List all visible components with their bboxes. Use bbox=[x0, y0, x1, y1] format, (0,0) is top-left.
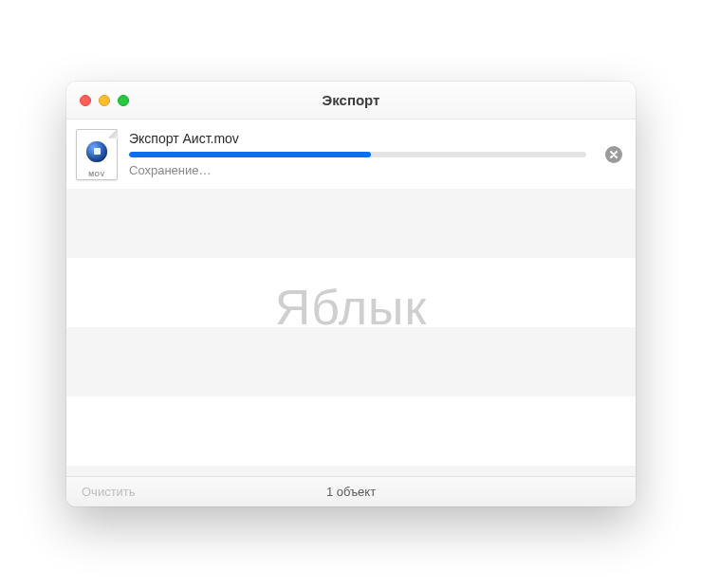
file-ext-label: MOV bbox=[76, 171, 118, 177]
progress-fill bbox=[129, 152, 371, 157]
export-item: MOV Экспорт Аист.mov Сохранение… bbox=[66, 119, 636, 189]
traffic-lights bbox=[66, 95, 129, 106]
cancel-export-button[interactable] bbox=[605, 146, 622, 163]
quicktime-icon bbox=[86, 141, 107, 162]
close-icon bbox=[609, 150, 619, 159]
mov-file-icon: MOV bbox=[76, 129, 118, 180]
filename-label: Экспорт Аист.mov bbox=[129, 131, 586, 146]
content-area: MOV Экспорт Аист.mov Сохранение… Яблык bbox=[66, 119, 636, 476]
window-title: Экспорт bbox=[66, 92, 636, 108]
progress-bar bbox=[129, 152, 586, 157]
footer: Очистить 1 объект bbox=[66, 476, 636, 506]
close-window-button[interactable] bbox=[80, 95, 91, 106]
minimize-window-button[interactable] bbox=[99, 95, 110, 106]
clear-button[interactable]: Очистить bbox=[76, 483, 141, 501]
status-label: Сохранение… bbox=[129, 163, 586, 177]
item-count-label: 1 объект bbox=[66, 485, 636, 499]
zoom-window-button[interactable] bbox=[118, 95, 129, 106]
titlebar: Экспорт bbox=[66, 82, 636, 119]
item-body: Экспорт Аист.mov Сохранение… bbox=[129, 131, 586, 177]
export-window: Экспорт MOV Экспорт Аист.mov Сохра bbox=[66, 82, 636, 506]
